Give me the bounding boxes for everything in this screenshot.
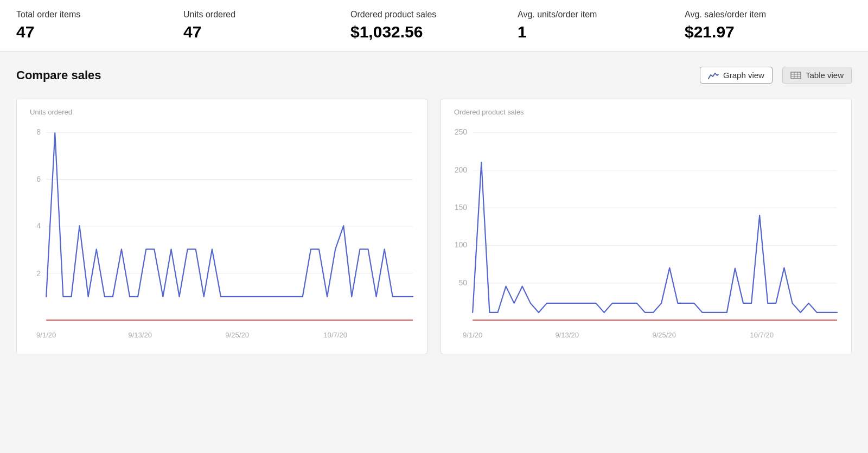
table-view-label: Table view bbox=[806, 71, 844, 80]
svg-text:150: 150 bbox=[455, 203, 468, 212]
metrics-bar: Total order items 47 Units ordered 47 Or… bbox=[0, 0, 868, 52]
svg-text:2: 2 bbox=[36, 269, 41, 278]
metric-units-ordered: Units ordered 47 bbox=[183, 10, 350, 41]
view-toggle: Graph view Table view bbox=[700, 67, 852, 84]
metric-label-avg-sales: Avg. sales/order item bbox=[685, 10, 852, 20]
graph-view-button[interactable]: Graph view bbox=[700, 67, 773, 84]
svg-text:9/1/20: 9/1/20 bbox=[463, 331, 482, 339]
metric-value-ordered-product-sales: $1,032.56 bbox=[350, 23, 518, 41]
svg-text:100: 100 bbox=[455, 240, 468, 249]
compare-title: Compare sales bbox=[16, 68, 101, 82]
svg-rect-0 bbox=[791, 72, 801, 79]
metric-value-total-order-items: 47 bbox=[16, 23, 183, 41]
svg-text:200: 200 bbox=[455, 165, 468, 174]
metric-total-order-items: Total order items 47 bbox=[16, 10, 183, 41]
svg-text:4: 4 bbox=[36, 221, 41, 230]
compare-header: Compare sales Graph view Table view bbox=[16, 67, 852, 84]
svg-text:250: 250 bbox=[455, 127, 468, 136]
metric-label-avg-units: Avg. units/order item bbox=[518, 10, 685, 20]
graph-view-icon bbox=[708, 72, 719, 79]
svg-text:9/25/20: 9/25/20 bbox=[225, 331, 249, 339]
chart2-area: 250 200 150 100 50 9/1/20 bbox=[450, 119, 843, 348]
chart2-axis-label: Ordered product sales bbox=[450, 108, 843, 116]
chart-units-ordered: Units ordered 8 6 4 2 bbox=[16, 99, 427, 354]
svg-text:9/13/20: 9/13/20 bbox=[128, 331, 152, 339]
svg-text:9/25/20: 9/25/20 bbox=[652, 331, 676, 339]
chart-ordered-product-sales: Ordered product sales 250 200 150 100 50 bbox=[441, 99, 852, 354]
chart1-area: 8 6 4 2 9/1/20 bbox=[25, 119, 418, 348]
metric-label-total-order-items: Total order items bbox=[16, 10, 183, 20]
svg-text:10/7/20: 10/7/20 bbox=[750, 331, 774, 339]
svg-text:6: 6 bbox=[36, 175, 41, 183]
graph-view-label: Graph view bbox=[723, 71, 764, 80]
svg-text:50: 50 bbox=[459, 278, 468, 287]
chart1-svg: 8 6 4 2 9/1/20 bbox=[25, 119, 418, 348]
svg-text:10/7/20: 10/7/20 bbox=[323, 331, 347, 339]
metric-label-ordered-product-sales: Ordered product sales bbox=[350, 10, 518, 20]
svg-text:8: 8 bbox=[36, 127, 41, 136]
chart2-svg: 250 200 150 100 50 9/1/20 bbox=[450, 119, 843, 348]
compare-section: Compare sales Graph view Table view bbox=[0, 52, 868, 365]
table-view-icon bbox=[790, 72, 801, 79]
metric-label-units-ordered: Units ordered bbox=[183, 10, 350, 20]
chart1-axis-label: Units ordered bbox=[25, 108, 418, 116]
svg-text:9/13/20: 9/13/20 bbox=[555, 331, 579, 339]
metric-avg-units: Avg. units/order item 1 bbox=[518, 10, 685, 41]
metric-avg-sales: Avg. sales/order item $21.97 bbox=[685, 10, 852, 41]
metric-value-avg-sales: $21.97 bbox=[685, 23, 852, 41]
metric-value-units-ordered: 47 bbox=[183, 23, 350, 41]
metric-value-avg-units: 1 bbox=[518, 23, 685, 41]
charts-container: Units ordered 8 6 4 2 bbox=[16, 99, 852, 354]
svg-text:9/1/20: 9/1/20 bbox=[36, 331, 56, 339]
table-view-button[interactable]: Table view bbox=[782, 67, 852, 84]
metric-ordered-product-sales: Ordered product sales $1,032.56 bbox=[350, 10, 518, 41]
